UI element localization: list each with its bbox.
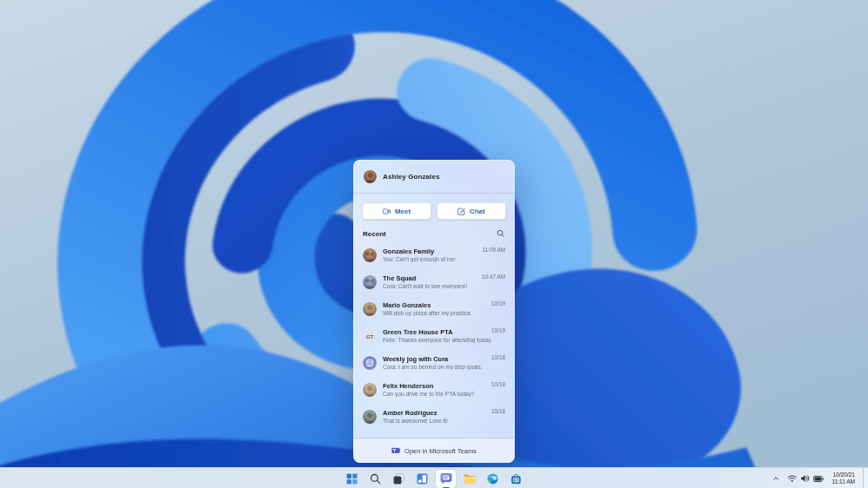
edge-button[interactable] xyxy=(483,470,503,488)
chat-item-time: 10/18 xyxy=(491,408,505,414)
chat-item-avatar xyxy=(363,275,377,289)
chat-item-avatar xyxy=(363,248,377,262)
teams-icon xyxy=(391,446,400,455)
open-in-teams-button[interactable]: Open in Microsoft Teams xyxy=(353,439,515,463)
system-tray: 10/20/21 11:11 AM xyxy=(771,468,866,488)
clock[interactable]: 10/20/21 11:11 AM xyxy=(830,472,858,485)
chat-item-preview: Will pick up pizza after my practice. xyxy=(383,310,505,316)
chat-list-item[interactable]: Mario Gonzales Will pick up pizza after … xyxy=(353,295,515,322)
chat-button-label: Chat xyxy=(470,208,485,215)
user-name: Ashley Gonzales xyxy=(383,173,440,181)
recent-title: Recent xyxy=(363,230,386,238)
chevron-up-icon xyxy=(773,475,779,482)
chat-item-name: Mario Gonzales xyxy=(383,301,505,309)
meet-button[interactable]: Meet xyxy=(362,202,431,220)
tray-date: 10/20/21 xyxy=(832,472,856,478)
actions-row: Meet Chat xyxy=(353,194,515,228)
tray-overflow-button[interactable] xyxy=(771,471,781,486)
chat-item-preview: Felix: Thanks everyone for attending tod… xyxy=(383,337,505,343)
chat-item-avatar xyxy=(363,356,377,370)
windows-start-icon xyxy=(346,473,358,485)
file-explorer-icon xyxy=(464,473,476,485)
edge-icon xyxy=(487,473,498,485)
search-button[interactable] xyxy=(365,470,385,488)
chat-item-preview: You: Can't get enough of her. xyxy=(383,256,505,262)
chat-item-avatar xyxy=(363,302,377,316)
chat-header[interactable]: Ashley Gonzales xyxy=(353,160,515,193)
chat-item-name: Green Tree House PTA xyxy=(383,328,505,336)
chat-item-preview: That is awesome! Love it! xyxy=(383,418,505,424)
show-desktop-button[interactable] xyxy=(863,468,865,488)
task-view-icon xyxy=(393,473,404,485)
task-view-button[interactable] xyxy=(389,470,409,488)
chat-item-name: Amber Rodriguez xyxy=(383,409,505,417)
chat-item-name: Weekly jog with Cora xyxy=(383,355,505,363)
chat-list: Gonzales Family You: Can't get enough of… xyxy=(353,241,515,438)
recent-row: Recent xyxy=(353,228,515,241)
chat-item-avatar: GT xyxy=(363,329,377,343)
teams-chat-icon xyxy=(440,472,452,485)
chat-button[interactable]: Chat xyxy=(437,202,506,220)
file-explorer-button[interactable] xyxy=(459,470,479,488)
widgets-icon xyxy=(417,473,428,485)
open-in-teams-label: Open in Microsoft Teams xyxy=(404,447,477,455)
photo-avatar xyxy=(363,410,377,424)
chat-item-time: 10/18 xyxy=(491,354,505,360)
teams-chat-flyout: Ashley Gonzales Meet Chat Recent xyxy=(353,160,515,463)
search-icon[interactable] xyxy=(496,229,505,238)
chat-item-preview: Cora: Can't wait to see everyone! xyxy=(383,283,505,289)
tray-time: 11:11 AM xyxy=(832,478,856,485)
chat-item-avatar xyxy=(363,410,377,424)
chat-list-item[interactable]: Weekly jog with Cora Cora: I am so behin… xyxy=(353,349,515,376)
svg-text:GT: GT xyxy=(366,333,374,339)
meet-button-label: Meet xyxy=(395,208,411,215)
wifi-icon xyxy=(787,474,797,483)
microsoft-store-icon xyxy=(510,473,522,485)
chat-list-item[interactable]: Gonzales Family You: Can't get enough of… xyxy=(353,241,515,268)
chat-item-time: 10/19 xyxy=(491,300,505,307)
compose-icon xyxy=(457,208,465,215)
microsoft-store-button[interactable] xyxy=(506,470,526,488)
chat-list-item[interactable]: GT Green Tree House PTA Felix: Thanks ev… xyxy=(353,322,515,349)
volume-icon xyxy=(800,474,810,483)
chat-list-item[interactable]: Felix Henderson Can you drive me to the … xyxy=(353,376,515,403)
photo-avatar xyxy=(363,383,377,397)
chat-item-time: 10/19 xyxy=(491,327,505,333)
start-button[interactable] xyxy=(342,470,362,488)
taskbar-center-icons xyxy=(342,468,526,488)
chat-item-time: 10/18 xyxy=(491,381,505,387)
video-camera-icon xyxy=(383,208,391,215)
user-avatar xyxy=(363,169,377,183)
calendar-icon xyxy=(363,356,377,370)
photo-avatar xyxy=(363,275,377,289)
chat-item-name: Felix Henderson xyxy=(383,382,505,390)
desktop: Ashley Gonzales Meet Chat Recent xyxy=(0,0,868,488)
chat-item-time: 11:09 AM xyxy=(482,247,505,253)
widgets-button[interactable] xyxy=(412,470,432,488)
chat-item-avatar xyxy=(363,383,377,397)
chat-item-preview: Cora: I am so behind on my step goals. xyxy=(383,364,505,370)
taskbar: 10/20/21 11:11 AM xyxy=(0,467,868,488)
initials-avatar: GT xyxy=(363,329,377,343)
photo-avatar xyxy=(363,248,377,262)
chat-list-item[interactable]: Amber Rodriguez That is awesome! Love it… xyxy=(353,403,515,430)
teams-chat-button[interactable] xyxy=(436,470,456,488)
chat-item-time: 10:47 AM xyxy=(482,274,505,280)
search-icon xyxy=(370,473,381,485)
chat-list-item[interactable]: The Squad Cora: Can't wait to see everyo… xyxy=(353,268,515,295)
photo-avatar xyxy=(363,302,377,316)
chat-item-preview: Can you drive me to the PTA today? xyxy=(383,391,505,397)
panel-footer: Open in Microsoft Teams xyxy=(353,438,515,463)
battery-icon xyxy=(813,475,824,483)
quick-settings-button[interactable] xyxy=(785,472,826,485)
